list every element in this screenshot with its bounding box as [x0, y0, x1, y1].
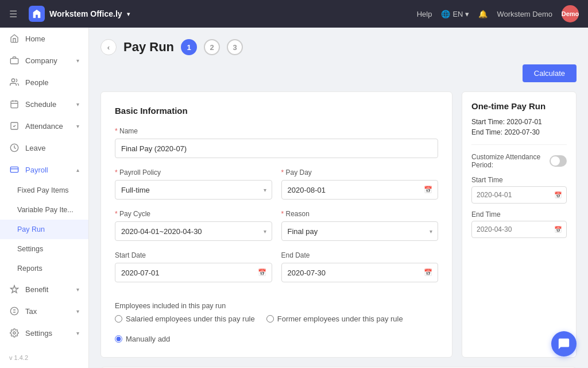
sidebar-item-payroll[interactable]: Payroll ▴ [0, 159, 88, 181]
pay-cycle-select[interactable]: 2020-04-01~2020-04-30 [115, 221, 272, 241]
reason-select[interactable]: Final pay [281, 221, 439, 241]
leave-icon [9, 143, 20, 153]
start-date-label: Start Date [115, 251, 272, 259]
brand-chevron-icon[interactable]: ▾ [127, 11, 130, 17]
back-button[interactable]: ‹ [100, 39, 117, 55]
sidebar-item-tax-label: Tax [25, 307, 71, 316]
radio-former[interactable]: Former employees under this pay rule [266, 315, 403, 323]
customize-row: Customize Attendance Period: [471, 153, 567, 169]
calculate-button[interactable]: Calculate [523, 64, 577, 82]
sidebar-item-pay-run-label: Pay Run [17, 225, 79, 233]
customize-toggle[interactable] [550, 155, 567, 167]
radio-manual[interactable]: Manually add [115, 335, 170, 343]
custom-start-calendar-icon: 📅 [554, 191, 562, 199]
notification-bell-icon[interactable]: 🔔 [478, 10, 488, 18]
tax-icon [9, 306, 20, 316]
custom-end-time-input[interactable] [471, 221, 567, 238]
avatar[interactable]: Demo [562, 5, 579, 22]
sidebar-item-fixed-pay-items[interactable]: Fixed Pay Items [0, 181, 88, 200]
end-date-input[interactable] [281, 263, 439, 282]
sidebar-item-benefit[interactable]: Benefit ▾ [0, 278, 88, 300]
radio-manual-input[interactable] [115, 335, 122, 343]
radio-salaried-input[interactable] [115, 315, 122, 323]
end-date-label: End Date [281, 251, 439, 259]
pay-day-group: Pay Day 📅 [281, 168, 439, 200]
svg-rect-2 [11, 101, 18, 108]
reason-select-wrap: Final pay ▾ [281, 221, 439, 241]
name-input[interactable] [115, 139, 438, 158]
tax-chevron-icon: ▾ [76, 308, 79, 315]
side-divider [471, 144, 567, 145]
globe-icon: 🌐 [441, 10, 450, 18]
custom-start-time-group: Start Time 📅 [471, 176, 567, 204]
reason-group: Reason Final pay ▾ [281, 210, 439, 241]
start-date-wrap: 📅 [115, 263, 272, 282]
benefit-icon [9, 284, 20, 294]
end-date-wrap: 📅 [281, 263, 439, 282]
sidebar-item-pay-run[interactable]: Pay Run [0, 220, 88, 239]
chat-bubble[interactable] [551, 331, 577, 356]
employees-radio-group: Salaried employees under this pay rule F… [115, 315, 438, 343]
paycycle-reason-row: Pay Cycle 2020-04-01~2020-04-30 ▾ Reason [115, 210, 438, 251]
step-2[interactable]: 2 [204, 39, 220, 55]
pay-cycle-select-wrap: 2020-04-01~2020-04-30 ▾ [115, 221, 272, 241]
sidebar-item-attendance-label: Attendance [25, 122, 71, 131]
custom-start-time-input[interactable] [471, 186, 567, 204]
reason-label: Reason [281, 210, 439, 218]
side-panel-title: One-time Pay Run [471, 101, 567, 111]
payroll-policy-group: Payroll Policy Full-time ▾ [115, 168, 272, 200]
people-icon [9, 77, 20, 87]
step-1[interactable]: 1 [181, 39, 197, 55]
side-start-time-row: Start Time: 2020-07-01 [471, 118, 567, 126]
hamburger-icon[interactable]: ☰ [9, 9, 17, 20]
logo-icon [29, 6, 45, 22]
start-date-input[interactable] [115, 263, 272, 282]
sidebar-item-settings-label: Settings [25, 329, 71, 338]
sidebar-item-people[interactable]: People [0, 71, 88, 93]
sidebar-item-reports[interactable]: Reports [0, 259, 88, 278]
sidebar-item-settings-payroll-label: Settings [17, 245, 79, 253]
sidebar-item-people-label: People [25, 78, 79, 87]
lang-chevron-icon: ▾ [465, 10, 469, 18]
sidebar-item-settings[interactable]: Settings ▾ [0, 322, 88, 344]
payroll-icon [9, 164, 20, 175]
custom-end-calendar-icon: 📅 [554, 226, 562, 233]
sidebar-item-home-label: Home [25, 34, 79, 43]
content-row: Basic Information Name Payroll Policy Fu… [100, 91, 577, 358]
sidebar-item-schedule[interactable]: Schedule ▾ [0, 93, 88, 115]
sidebar-item-company-label: Company [25, 56, 71, 65]
pay-day-label: Pay Day [281, 168, 439, 177]
sidebar-item-variable-pay-items[interactable]: Variable Pay Ite... [0, 200, 88, 220]
step-3[interactable]: 3 [227, 39, 243, 55]
pay-day-date-wrap: 📅 [281, 180, 439, 200]
schedule-chevron-icon: ▾ [76, 101, 79, 108]
radio-former-input[interactable] [266, 315, 274, 323]
basic-info-card: Basic Information Name Payroll Policy Fu… [100, 91, 452, 358]
toggle-knob [551, 156, 560, 166]
pay-day-input[interactable] [281, 180, 439, 200]
sidebar-item-tax[interactable]: Tax ▾ [0, 300, 88, 322]
page-header: ‹ Pay Run 1 2 3 [100, 39, 577, 55]
language-selector[interactable]: 🌐 EN ▾ [441, 10, 469, 18]
sidebar-item-settings-payroll[interactable]: Settings [0, 239, 88, 259]
start-date-group: Start Date 📅 [115, 251, 272, 282]
sidebar-item-company[interactable]: Company ▾ [0, 49, 88, 71]
pay-cycle-group: Pay Cycle 2020-04-01~2020-04-30 ▾ [115, 210, 272, 241]
custom-end-time-label: End Time [471, 210, 567, 218]
sidebar-item-leave-label: Leave [25, 144, 79, 152]
sidebar-item-payroll-label: Payroll [25, 166, 71, 174]
help-link[interactable]: Help [417, 10, 432, 18]
sidebar-item-attendance[interactable]: Attendance ▾ [0, 115, 88, 137]
sidebar-item-reports-label: Reports [17, 264, 79, 273]
sidebar-item-leave[interactable]: Leave [0, 137, 88, 159]
customize-label: Customize Attendance Period: [471, 153, 550, 169]
name-label: Name [115, 127, 438, 135]
custom-end-time-group: End Time 📅 [471, 210, 567, 238]
user-name: Workstem Demo [497, 10, 552, 18]
action-bar: Calculate [100, 64, 577, 82]
sidebar-item-home[interactable]: Home [0, 28, 88, 49]
policy-payday-row: Payroll Policy Full-time ▾ Pay Day 📅 [115, 168, 438, 210]
payroll-policy-select[interactable]: Full-time [115, 180, 272, 200]
radio-salaried[interactable]: Salaried employees under this pay rule [115, 315, 255, 323]
custom-start-time-label: Start Time [471, 176, 567, 184]
